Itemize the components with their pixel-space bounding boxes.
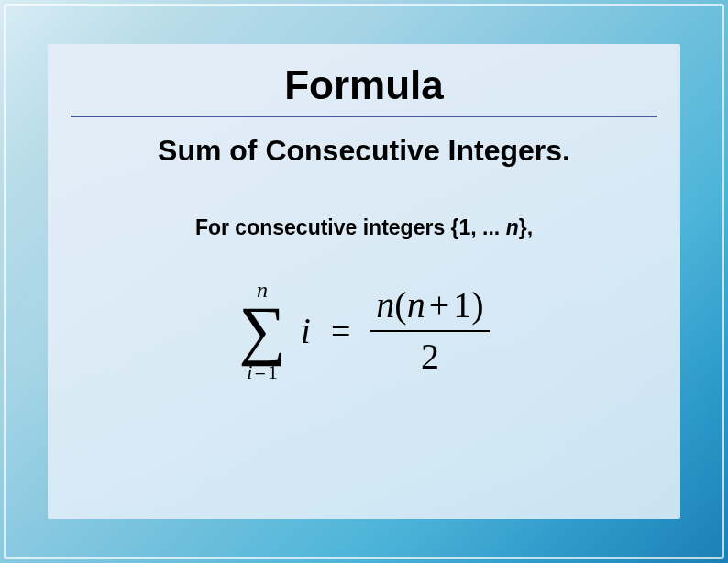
numerator-lparen: ( [394, 284, 406, 326]
description-prefix: For consecutive integers {1, ... [195, 215, 506, 239]
description-variable: n [506, 215, 519, 239]
sigma-symbol: ∑ [238, 303, 285, 359]
title-underline [71, 116, 657, 117]
sigma-index-var: i [247, 360, 252, 383]
numerator-n-first: n [376, 284, 394, 326]
numerator-rparen: ) [471, 284, 483, 326]
description-suffix: }, [519, 215, 533, 239]
formula-description: For consecutive integers {1, ... n}, [195, 215, 533, 240]
equals-sign: = [331, 311, 350, 351]
formula-card: Formula Sum of Consecutive Integers. For… [48, 44, 680, 519]
sigma-index-start: 1 [268, 360, 278, 383]
numerator-plus: + [429, 284, 450, 326]
card-title: Formula [284, 62, 444, 108]
numerator: n(n+1) [370, 284, 489, 332]
denominator: 2 [421, 332, 439, 378]
card-subtitle: Sum of Consecutive Integers. [158, 134, 570, 168]
formula-expression: n ∑ i=1 i = n(n+1) 2 [238, 279, 489, 382]
sigma-lower-bound: i=1 [247, 362, 278, 382]
sigma-index-eq: = [254, 360, 265, 383]
numerator-n-second: n [407, 284, 425, 326]
numerator-one: 1 [453, 284, 471, 326]
summand: i [301, 309, 311, 352]
sigma-notation: n ∑ i=1 [238, 279, 285, 382]
fraction: n(n+1) 2 [370, 284, 489, 378]
